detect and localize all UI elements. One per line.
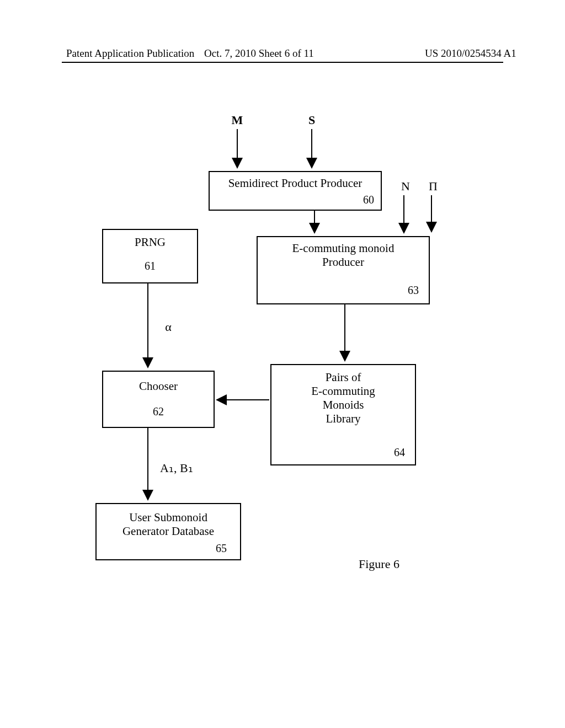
header-right: US 2010/0254534 A1 bbox=[425, 47, 516, 60]
diagram: M S N Π Semidirect Product Producer 60 P… bbox=[0, 72, 565, 678]
header-rule bbox=[62, 62, 503, 63]
header-mid: Oct. 7, 2010 Sheet 6 of 11 bbox=[204, 47, 314, 60]
arrows-layer bbox=[0, 72, 565, 678]
header-left: Patent Application Publication bbox=[66, 47, 194, 60]
